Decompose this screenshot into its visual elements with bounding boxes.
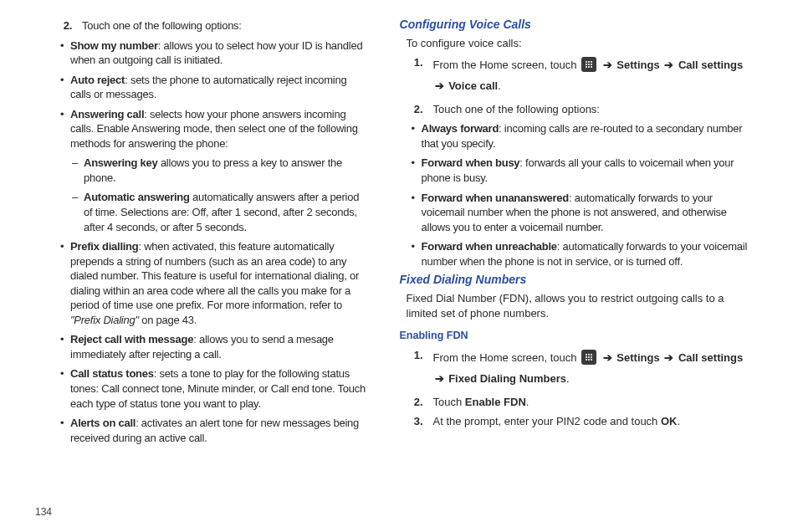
option-label: Forward when busy [422, 156, 520, 169]
step-text: Touch [433, 396, 465, 408]
dash-answering-key: – Answering key allows you to press a ke… [49, 156, 370, 185]
bullet-alerts-on-call: • Alerts on call: activates an alert ton… [49, 416, 370, 445]
bullet-always-forward: • Always forward: incoming calls are re-… [400, 121, 749, 151]
bullet-dot: • [412, 121, 422, 151]
bullet-answering-call: • Answering call: selects how your phone… [49, 107, 370, 151]
step-number: 1. [400, 348, 423, 389]
option-label: Answering call [70, 108, 144, 120]
bullet-dot: • [60, 239, 70, 327]
option-label: Automatic answering [84, 191, 190, 203]
menu-path-fixed-dialing-numbers: Fixed Dialing Numbers [448, 372, 566, 385]
option-label: Enable FDN [465, 396, 526, 408]
option-label: Reject call with message [70, 333, 193, 345]
arrow-icon: ➔ [601, 59, 614, 71]
option-label: Always forward [422, 122, 499, 135]
bullet-auto-reject: • Auto reject: sets the phone to automat… [49, 73, 370, 102]
step-number: 3. [400, 414, 423, 429]
option-label: Forward when unreachable [422, 240, 557, 253]
menu-path-settings: Settings [616, 59, 659, 71]
bullet-dot: • [60, 107, 70, 151]
bullet-dot: • [60, 38, 70, 68]
option-label: Auto reject [70, 74, 125, 86]
bullet-dot: • [60, 416, 70, 445]
step-2: 2. Touch one of the following options: [49, 18, 370, 33]
step-text: From the Home screen, touch [433, 351, 581, 364]
step-number: 2. [400, 102, 423, 117]
step-number: 2. [49, 18, 72, 33]
heading-fixed-dialing-numbers: Fixed Dialing Numbers [400, 272, 749, 288]
option-label: Forward when unananswered [422, 192, 570, 204]
fdn-step-2: 2. Touch Enable FDN. [400, 395, 749, 410]
dash-automatic-answering: – Automatic answering automatically answ… [49, 190, 370, 234]
bullet-forward-when-unanswered: • Forward when unananswered: automatical… [400, 191, 749, 235]
arrow-icon: ➔ [601, 351, 614, 364]
step-text: From the Home screen, touch [433, 59, 581, 71]
right-column: Configuring Voice Calls To configure voi… [385, 13, 765, 524]
bullet-show-my-number: • Show my number: allows you to select h… [49, 38, 370, 68]
fdn-paragraph: Fixed Dial Number (FDN), allows you to r… [407, 291, 749, 320]
option-label: Answering key [84, 156, 158, 169]
dash-mark: – [72, 190, 84, 234]
bullet-dot: • [60, 73, 70, 102]
bullet-forward-when-unreachable: • Forward when unreachable: automaticall… [400, 239, 749, 269]
option-label: Alerts on call [70, 417, 136, 429]
bullet-dot: • [412, 191, 422, 235]
manual-page: 2. Touch one of the following options: •… [0, 0, 798, 532]
option-text: on page 43. [139, 314, 197, 326]
step-text: Touch one of the following options: [423, 102, 749, 117]
bullet-call-status-tones: • Call status tones: sets a tone to play… [49, 366, 370, 411]
step-number: 2. [400, 395, 423, 410]
fdn-step-1: 1. From the Home screen, touch ➔ Setting… [400, 348, 749, 389]
arrow-icon: ➔ [433, 79, 446, 92]
apps-icon [581, 350, 596, 365]
bullet-forward-when-busy: • Forward when busy: forwards all your c… [400, 156, 749, 185]
option-label: Show my number [70, 39, 158, 52]
dash-mark: – [72, 156, 84, 185]
menu-path-call-settings: Call settings [678, 351, 743, 364]
page-number: 134 [35, 505, 52, 519]
menu-path-call-settings: Call settings [678, 59, 743, 71]
bullet-prefix-dialling: • Prefix dialling: when activated, this … [49, 239, 370, 327]
menu-path-voice-call: Voice call [448, 79, 498, 92]
bullet-reject-call-message: • Reject call with message: allows you t… [49, 332, 370, 361]
apps-icon [581, 57, 596, 72]
option-label: OK [661, 415, 678, 427]
left-column: 2. Touch one of the following options: •… [33, 13, 385, 524]
voice-step-1: 1. From the Home screen, touch ➔ Setting… [400, 55, 749, 96]
fdn-step-3: 3. At the prompt, enter your PIN2 code a… [400, 414, 749, 429]
heading-enabling-fdn: Enabling FDN [400, 329, 749, 343]
bullet-dot: • [412, 239, 422, 269]
arrow-icon: ➔ [662, 59, 675, 71]
step-number: 1. [400, 55, 423, 96]
cross-reference: "Prefix Dialing" [70, 314, 139, 326]
bullet-dot: • [412, 156, 422, 185]
bullet-dot: • [60, 366, 70, 411]
arrow-icon: ➔ [662, 351, 675, 364]
step-text: Touch one of the following options: [72, 18, 370, 33]
option-label: Call status tones [70, 367, 154, 380]
menu-path-settings: Settings [616, 351, 659, 364]
voice-calls-intro: To configure voice calls: [407, 36, 749, 51]
bullet-dot: • [60, 332, 70, 361]
arrow-icon: ➔ [433, 372, 446, 385]
option-label: Prefix dialling [70, 240, 139, 253]
step-text: At the prompt, enter your PIN2 code and … [433, 415, 661, 427]
heading-configuring-voice-calls: Configuring Voice Calls [400, 17, 749, 33]
voice-step-2: 2. Touch one of the following options: [400, 102, 749, 117]
